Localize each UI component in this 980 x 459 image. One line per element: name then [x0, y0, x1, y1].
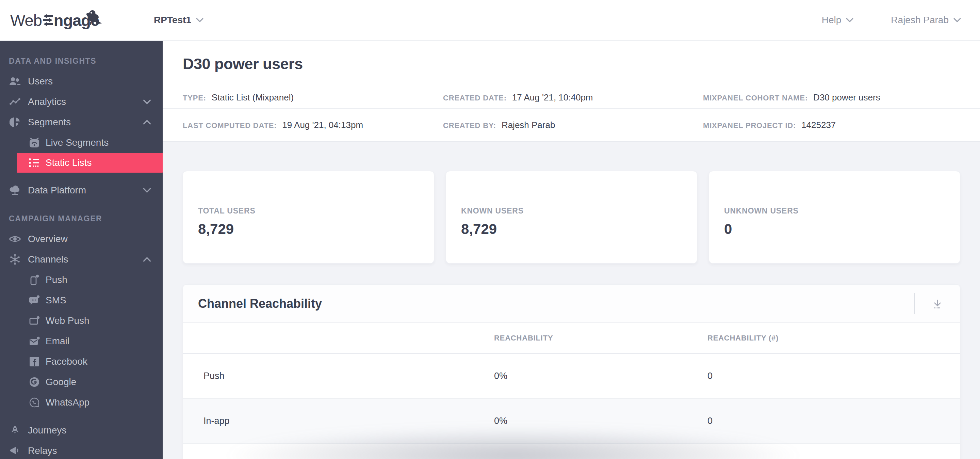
cell-channel: Push [204, 371, 494, 381]
table-header-row: REACHABILITY REACHABILITY (#) [183, 323, 960, 354]
email-icon [27, 336, 41, 346]
sidebar-item-label: Analytics [28, 96, 66, 107]
sidebar-item-label: Journeys [28, 425, 67, 436]
table-row-push: Push 0% 0 [183, 354, 960, 399]
sidebar-item-label: WhatsApp [46, 397, 89, 408]
relays-megaphone-icon [9, 446, 21, 456]
sms-icon [27, 295, 41, 306]
user-menu[interactable]: Rajesh Parab [891, 14, 961, 26]
cell-reachability-percent: 0% [494, 371, 708, 381]
meta-label-created-date: CREATED DATE: [443, 94, 507, 102]
sidebar-item-segments[interactable]: Segments [0, 112, 163, 132]
meta-row-1: TYPE: Static List (Mixpanel) CREATED DAT… [163, 86, 980, 108]
channels-hub-icon [9, 254, 21, 265]
page-title: D30 power users [183, 55, 980, 73]
web-push-icon [27, 316, 41, 326]
data-platform-icon [9, 185, 21, 196]
sidebar-item-label: Facebook [46, 356, 88, 367]
users-icon [9, 76, 21, 86]
sidebar-item-label: Relays [28, 445, 57, 456]
top-bar: Web ngage RPTest1 Help [0, 0, 980, 41]
section-title-data-insights: DATA AND INSIGHTS [0, 57, 163, 66]
sidebar-item-email[interactable]: Email [0, 331, 163, 351]
help-menu[interactable]: Help [822, 14, 854, 26]
sidebar-item-channels[interactable]: Channels [0, 249, 163, 270]
cell-channel: In-app [204, 416, 494, 426]
column-header-reachability: REACHABILITY [494, 334, 708, 343]
cell-reachability-percent: 0% [494, 416, 708, 426]
facebook-icon [27, 357, 41, 367]
meta-value-project-id: 1425237 [801, 120, 836, 131]
meta-value-created-by: Rajesh Parab [501, 120, 555, 131]
stat-card-known-users: KNOWN USERS 8,729 [446, 171, 697, 263]
meta-value-cohort-name: D30 power users [813, 92, 880, 103]
user-name: Rajesh Parab [891, 14, 949, 26]
table-row-partial [183, 444, 960, 459]
chevron-down-icon [143, 188, 151, 193]
sidebar-item-label: SMS [46, 295, 66, 306]
stat-label: KNOWN USERS [461, 206, 697, 215]
sidebar-item-label: Push [46, 274, 67, 285]
sidebar-item-label: Overview [28, 234, 68, 244]
stat-label: TOTAL USERS [198, 206, 434, 215]
sidebar-nav: DATA AND INSIGHTS Users Analytics [0, 41, 163, 459]
table-row-in-app: In-app 0% 0 [183, 399, 960, 444]
logo-e-arrows-icon [43, 14, 53, 26]
journeys-rocket-icon [9, 425, 21, 436]
chevron-down-icon [196, 18, 204, 22]
logo-text-web: Web [10, 11, 42, 30]
sidebar-item-relays[interactable]: Relays [0, 441, 163, 459]
stat-value: 8,729 [461, 221, 697, 237]
sidebar-item-sms[interactable]: SMS [0, 290, 163, 311]
segments-icon [9, 117, 21, 128]
sidebar-item-label: Email [46, 336, 69, 347]
chevron-down-icon [953, 18, 961, 22]
meta-label-cohort-name: MIXPANEL COHORT NAME: [703, 94, 808, 102]
sidebar-item-users[interactable]: Users [0, 71, 163, 92]
stat-label: UNKNOWN USERS [724, 206, 960, 215]
meta-value-created-date: 17 Aug '21, 10:40pm [512, 92, 593, 103]
sidebar-item-live-segments[interactable]: Live Segments [0, 132, 163, 153]
sidebar-item-analytics[interactable]: Analytics [0, 92, 163, 112]
sidebar-item-data-platform[interactable]: Data Platform [0, 180, 163, 201]
sidebar-item-label: Data Platform [28, 185, 86, 196]
sidebar-item-google[interactable]: Google [0, 372, 163, 392]
sidebar-item-facebook[interactable]: Facebook [0, 351, 163, 372]
sidebar-item-label: Users [28, 76, 53, 87]
meta-label-project-id: MIXPANEL PROJECT ID: [703, 121, 796, 130]
project-switcher[interactable]: RPTest1 [154, 14, 204, 26]
analytics-icon [9, 98, 21, 105]
meta-row-2: LAST COMPUTED DATE: 19 Aug '21, 04:13pm … [163, 108, 980, 141]
sidebar-item-label: Web Push [46, 315, 89, 326]
sidebar-item-journeys[interactable]: Journeys [0, 420, 163, 441]
page-header: D30 power users TYPE: Static List (Mixpa… [163, 41, 980, 142]
chevron-down-icon [846, 18, 853, 22]
section-title-campaign-manager: CAMPAIGN MANAGER [0, 214, 163, 223]
download-icon [931, 297, 944, 311]
sidebar-item-label: Segments [28, 117, 71, 128]
stat-value: 8,729 [198, 221, 434, 237]
sidebar-item-whatsapp[interactable]: WhatsApp [0, 392, 163, 413]
sidebar-item-label: Google [46, 376, 76, 387]
sidebar-item-push[interactable]: Push [0, 270, 163, 290]
push-icon [27, 274, 41, 285]
meta-value-last-computed: 19 Aug '21, 04:13pm [282, 120, 363, 131]
sidebar-item-label: Channels [28, 254, 68, 265]
meta-label-last-computed: LAST COMPUTED DATE: [183, 121, 277, 130]
download-button[interactable] [915, 285, 960, 322]
stat-cards-row: TOTAL USERS 8,729 KNOWN USERS 8,729 UNKN… [183, 171, 960, 263]
stat-value: 0 [724, 221, 960, 237]
static-lists-icon [27, 158, 41, 167]
sidebar-item-overview[interactable]: Overview [0, 229, 163, 249]
webengage-logo[interactable]: Web ngage [10, 11, 143, 30]
chevron-up-icon [143, 257, 151, 262]
sidebar-item-label: Live Segments [46, 137, 108, 148]
meta-value-type: Static List (Mixpanel) [212, 92, 294, 103]
stat-card-total-users: TOTAL USERS 8,729 [183, 171, 434, 263]
meta-label-type: TYPE: [183, 94, 206, 102]
logo-bird-icon [84, 8, 104, 27]
sidebar-item-label: Static Lists [46, 157, 92, 168]
sidebar-item-web-push[interactable]: Web Push [0, 311, 163, 331]
sidebar-item-static-lists[interactable]: Static Lists [17, 153, 163, 173]
help-label: Help [822, 14, 842, 26]
